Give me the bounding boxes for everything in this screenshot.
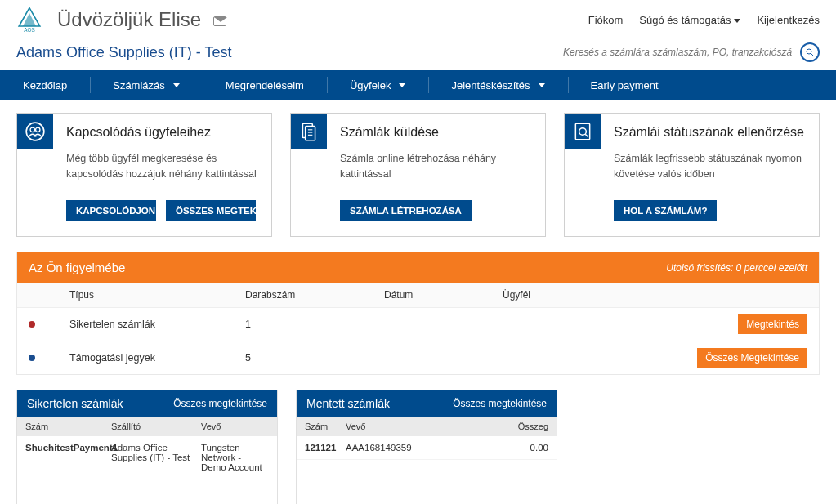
widget-saved-cols: Szám Vevő Összeg [297,417,557,436]
attention-header-row: Típus Darabszám Dátum Ügyfél [17,283,819,308]
svg-point-3 [807,49,811,54]
row-count: 5 [245,352,384,364]
col-num: Szám [25,421,111,431]
row-type: Sikertelen számlák [69,319,245,330]
search-icon [805,47,815,57]
search-button[interactable] [800,42,820,62]
chevron-down-icon [734,19,740,23]
col-client: Ügyfél [503,289,693,301]
attention-row: Sikertelen számlák 1 Megtekintés [17,308,819,341]
nav-reporting-label: Jelentéskészítés [451,79,530,91]
nav-early-label: Early payment [591,79,659,91]
nav-home-label: Kezdőlap [23,79,67,91]
table-row[interactable]: ShuchitestPayment1 Adams Office Supplies… [17,436,277,479]
card-status: Számlái státuszának ellenőrzése Számlák … [564,113,820,237]
help-support-link[interactable]: Súgó és támogatás [639,14,740,26]
col-buyer: Vevő [346,421,499,431]
main-nav: Kezdőlap Számlázás Megrendeléseim Ügyfel… [0,70,836,100]
widget-failed-title: Sikertelen számlák [27,397,123,410]
welcome-text: Üdvözöljük Elise [57,8,226,31]
col-amount: Összeg [499,421,548,431]
connect-now-button[interactable]: KAPCSOLÓDJON MOST [66,200,156,221]
card-status-title: Számlái státuszának ellenőrzése [614,125,806,140]
cell-supplier: Adams Office Supplies (IT) - Test [111,443,201,472]
status-dot-icon [29,321,35,328]
col-date: Dátum [384,289,503,301]
svg-point-6 [30,127,34,132]
col-buyer: Vevő [201,421,269,431]
logo: AOS [16,7,42,33]
row-count: 1 [245,319,384,330]
svg-line-15 [585,134,588,136]
widget-saved-all-link[interactable]: Összes megtekintése [453,398,547,409]
svg-text:AOS: AOS [24,27,35,33]
view-all-button[interactable]: Összes Megtekintése [697,348,807,368]
attention-row: Támogatási jegyek 5 Összes Megtekintése [17,341,819,374]
svg-point-7 [36,127,40,132]
nav-invoicing-label: Számlázás [113,79,165,91]
view-all-connections-button[interactable]: ÖSSZES MEGTEKINTÉSE [166,200,256,221]
mail-icon[interactable] [213,16,226,26]
cell-num: ShuchitestPayment1 [25,443,111,472]
users-icon [17,114,53,149]
view-button[interactable]: Megtekintés [738,314,807,334]
widget-failed-invoices: Sikertelen számlák Összes megtekintése S… [16,390,278,504]
widget-saved-invoices: Mentett számlák Összes megtekintése Szám… [296,390,557,504]
widget-saved-title: Mentett számlák [306,397,390,410]
card-connect-title: Kapcsolódás ügyfeleihez [66,125,258,140]
status-icon [565,114,601,149]
nav-orders-label: Megrendeléseim [226,79,304,91]
logout-link[interactable]: Kijelentkezés [757,14,820,26]
chevron-down-icon [539,83,545,87]
card-send-title: Számlák küldése [340,125,532,140]
card-status-desc: Számlák legfrissebb státuszának nyomon k… [614,151,806,182]
svg-line-4 [811,54,814,56]
card-send: Számlák küldése Számla online létrehozás… [290,113,546,237]
status-dot-icon [29,355,35,361]
chevron-down-icon [399,83,405,87]
table-row[interactable]: 121121 AAA168149359 0.00 [297,436,557,460]
svg-point-5 [26,123,44,140]
info-cards: Kapcsolódás ügyfeleihez Még több ügyfél … [16,113,820,237]
widget-failed-cols: Szám Szállító Vevő [17,417,277,436]
nav-customers-label: Ügyfelek [350,79,391,91]
col-supplier: Szállító [111,421,201,431]
create-invoice-button[interactable]: SZÁMLA LÉTREHOZÁSA [340,200,472,221]
nav-orders[interactable]: Megrendeléseim [203,70,327,100]
nav-customers[interactable]: Ügyfelek [327,70,429,100]
where-is-invoice-button[interactable]: HOL A SZÁMLÁM? [614,200,717,221]
card-send-desc: Számla online létrehozása néhány kattint… [340,151,532,182]
my-account-link[interactable]: Fiókom [588,14,624,26]
cell-buyer: Tungsten Network - Demo Account [201,443,269,472]
welcome-label: Üdvözöljük Elise [57,8,201,30]
chevron-down-icon [173,83,180,87]
col-type: Típus [69,289,245,301]
row-type: Támogatási jegyek [69,352,245,364]
cell-buyer: AAA168149359 [346,443,499,453]
help-label: Súgó és támogatás [639,14,731,26]
nav-reporting[interactable]: Jelentéskészítés [428,70,567,100]
col-num: Szám [305,421,346,431]
svg-rect-9 [306,127,315,140]
widget-failed-all-link[interactable]: Összes megtekintése [173,398,267,409]
attention-title: Az Ön figyelmébe [29,261,125,274]
nav-home[interactable]: Kezdőlap [0,70,90,100]
widgets-row: Sikertelen számlák Összes megtekintése S… [16,390,820,504]
header: AOS Üdvözöljük Elise Fiókom Súgó és támo… [0,0,836,39]
search-input[interactable] [563,43,792,62]
invoice-icon [291,114,327,149]
cell-amount: 0.00 [499,443,548,453]
nav-invoicing[interactable]: Számlázás [90,70,203,100]
cell-num: 121121 [305,443,346,453]
attention-updated: Utolsó frissítés: 0 perccel ezelőtt [666,262,807,274]
subheader: Adams Office Supplies (IT) - Test [0,39,836,70]
card-connect-desc: Még több ügyfél megkeresése és kapcsolód… [66,151,258,182]
company-name: Adams Office Supplies (IT) - Test [16,44,231,61]
card-connect: Kapcsolódás ügyfeleihez Még több ügyfél … [16,113,272,237]
svg-point-14 [579,128,587,136]
header-links: Fiókom Súgó és támogatás Kijelentkezés [588,14,820,26]
col-count: Darabszám [245,289,384,301]
attention-panel: Az Ön figyelmébe Utolsó frissítés: 0 per… [16,252,820,375]
nav-early-payment[interactable]: Early payment [568,70,682,100]
